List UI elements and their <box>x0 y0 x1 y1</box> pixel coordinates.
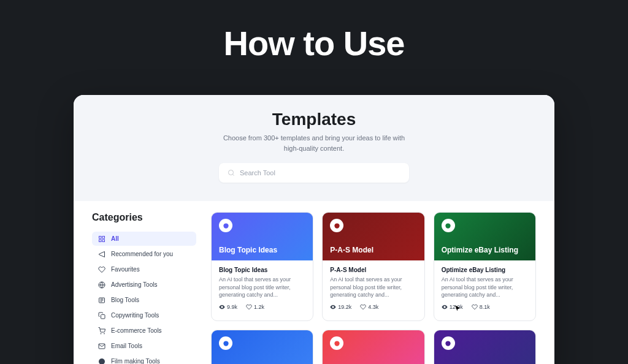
card-description: An AI tool that serves as your personal … <box>219 276 305 299</box>
likes-stat: 1.2k <box>246 304 264 310</box>
app-window: Templates Choose from 300+ templates and… <box>74 95 554 364</box>
category-item-film-making-tools[interactable]: Film making Tools <box>92 354 196 364</box>
heart-icon <box>98 265 105 273</box>
templates-heading: Templates <box>86 110 542 129</box>
page-hero-title: How to Use <box>0 0 628 63</box>
category-label: Favourites <box>111 266 140 273</box>
category-label: Copywriting Tools <box>111 312 159 319</box>
card-header: Optimize eBay Listing <box>434 213 535 260</box>
category-label: Advertising Tools <box>111 281 157 288</box>
eye-icon <box>219 304 225 310</box>
globe-icon <box>98 281 105 289</box>
card-icon <box>442 336 455 350</box>
svg-point-16 <box>223 341 228 346</box>
hero-section: Templates Choose from 300+ templates and… <box>74 95 554 201</box>
heart-icon <box>360 304 366 310</box>
svg-point-15 <box>446 223 451 228</box>
template-card[interactable]: Optimize eBay ListingOptimize eBay Listi… <box>434 212 536 321</box>
svg-point-11 <box>99 358 105 365</box>
eye-icon <box>442 304 448 310</box>
heart-icon <box>246 304 252 310</box>
sidebar: Categories AllRecommended for youFavouri… <box>92 212 196 364</box>
heart-icon <box>472 304 478 310</box>
card-icon <box>330 336 343 350</box>
card-stats: 9.9k1.2k <box>219 304 305 310</box>
category-label: E-commerce Tools <box>111 327 162 334</box>
category-label: Recommended for you <box>111 251 173 257</box>
card-body: Optimize eBay ListingAn AI tool that ser… <box>434 260 535 315</box>
views-stat: 19.2k <box>330 304 351 310</box>
card-header: P-A-S Model <box>323 213 424 260</box>
card-body: P-A-S ModelAn AI tool that serves as you… <box>323 260 424 315</box>
template-grid: Blog Topic IdeasBlog Topic IdeasAn AI to… <box>211 212 536 364</box>
card-header: Image Brief for Blog <box>434 330 535 364</box>
svg-rect-1 <box>99 236 101 238</box>
copy-icon <box>98 311 105 319</box>
megaphone-icon <box>98 250 105 258</box>
svg-point-17 <box>334 341 339 346</box>
svg-rect-3 <box>99 240 101 242</box>
svg-point-8 <box>101 333 101 334</box>
eye-icon <box>330 304 336 310</box>
category-item-blog-tools[interactable]: Blog Tools <box>92 293 196 307</box>
card-stats: 12.9k8.1k <box>442 304 528 310</box>
templates-subtitle: Choose from 300+ templates and bring you… <box>216 133 412 153</box>
likes-stat: 4.3k <box>360 304 378 310</box>
card-title: Optimize eBay Listing <box>442 267 528 273</box>
cart-icon <box>98 327 105 335</box>
content: Categories AllRecommended for youFavouri… <box>74 201 554 364</box>
template-card[interactable]: Blog Topic IdeasBlog Topic IdeasAn AI to… <box>211 212 313 321</box>
category-item-favourites[interactable]: Favourites <box>92 262 196 276</box>
template-card[interactable]: Image Brief for Blog <box>434 330 536 364</box>
card-title: Blog Topic Ideas <box>219 267 305 273</box>
category-item-all[interactable]: All <box>92 232 196 246</box>
card-icon <box>330 219 343 232</box>
category-item-copywriting-tools[interactable]: Copywriting Tools <box>92 308 196 322</box>
search-input[interactable] <box>240 169 400 176</box>
search-wrapper[interactable] <box>219 163 409 183</box>
card-head-title: Blog Topic Ideas <box>219 246 305 254</box>
card-header: Email Subject Lines <box>212 330 313 364</box>
svg-rect-4 <box>102 240 105 242</box>
template-card[interactable]: Email Subject Lines <box>211 330 313 364</box>
category-label: Blog Tools <box>111 297 139 303</box>
mail-icon <box>98 342 105 350</box>
card-description: An AI tool that serves as your personal … <box>330 276 416 299</box>
card-icon <box>219 336 232 350</box>
category-label: Email Tools <box>111 343 142 349</box>
card-stats: 19.2k4.3k <box>330 304 416 310</box>
category-item-email-tools[interactable]: Email Tools <box>92 339 196 353</box>
svg-rect-7 <box>101 314 105 319</box>
category-label: All <box>111 235 119 242</box>
card-icon <box>219 219 232 232</box>
template-card[interactable]: AI Film Script Writer <box>322 330 424 364</box>
card-description: An AI tool that serves as your personal … <box>442 276 528 299</box>
svg-rect-2 <box>102 236 105 238</box>
views-stat: 9.9k <box>219 304 237 310</box>
card-head-title: P-A-S Model <box>330 246 416 254</box>
grid-icon <box>98 235 105 243</box>
svg-point-18 <box>446 341 451 346</box>
card-title: P-A-S Model <box>330 267 416 273</box>
categories-heading: Categories <box>92 212 196 223</box>
blog-icon <box>98 296 105 304</box>
svg-point-13 <box>223 223 228 228</box>
card-header: AI Film Script Writer <box>323 330 424 364</box>
film-icon <box>98 357 105 364</box>
card-body: Blog Topic IdeasAn AI tool that serves a… <box>212 260 313 315</box>
category-item-e-commerce-tools[interactable]: E-commerce Tools <box>92 324 196 338</box>
views-stat: 12.9k <box>442 304 463 310</box>
likes-stat: 8.1k <box>472 304 490 310</box>
card-header: Blog Topic Ideas <box>212 213 313 260</box>
svg-point-9 <box>104 333 104 334</box>
card-icon <box>442 219 455 232</box>
svg-point-0 <box>229 170 234 175</box>
search-icon <box>228 169 235 176</box>
card-head-title: Optimize eBay Listing <box>442 246 528 254</box>
category-item-advertising-tools[interactable]: Advertising Tools <box>92 278 196 292</box>
svg-point-14 <box>334 223 339 228</box>
template-card[interactable]: P-A-S ModelP-A-S ModelAn AI tool that se… <box>322 212 424 321</box>
category-item-recommended-for-you[interactable]: Recommended for you <box>92 247 196 261</box>
category-label: Film making Tools <box>111 358 160 364</box>
